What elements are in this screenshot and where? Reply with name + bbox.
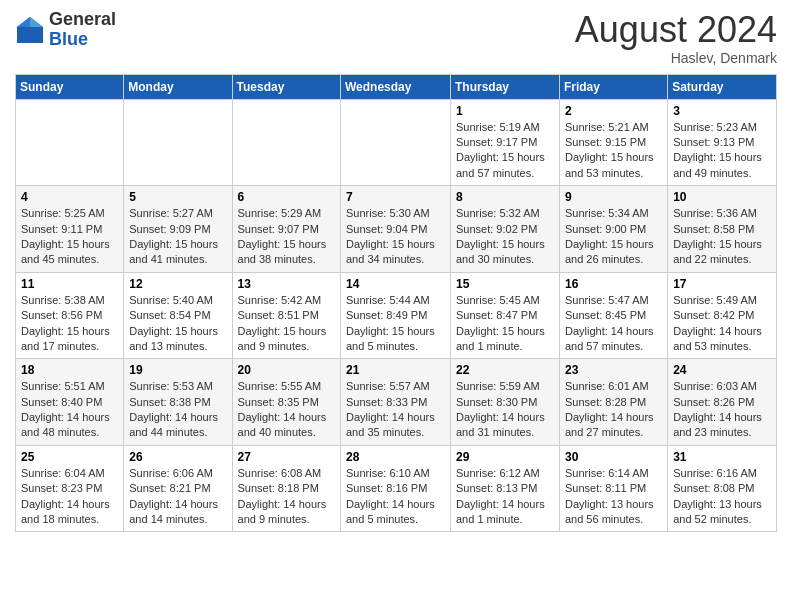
day-number: 19 [129, 363, 226, 377]
day-number: 24 [673, 363, 771, 377]
day-cell: 3Sunrise: 5:23 AM Sunset: 9:13 PM Daylig… [668, 99, 777, 186]
day-cell: 31Sunrise: 6:16 AM Sunset: 8:08 PM Dayli… [668, 445, 777, 532]
logo: General Blue [15, 10, 116, 50]
logo-text: General Blue [49, 10, 116, 50]
week-row-2: 4Sunrise: 5:25 AM Sunset: 9:11 PM Daylig… [16, 186, 777, 273]
day-info: Sunrise: 6:04 AM Sunset: 8:23 PM Dayligh… [21, 466, 118, 528]
day-info: Sunrise: 5:59 AM Sunset: 8:30 PM Dayligh… [456, 379, 554, 441]
day-number: 25 [21, 450, 118, 464]
day-number: 3 [673, 104, 771, 118]
weekday-header-sunday: Sunday [16, 74, 124, 99]
day-info: Sunrise: 5:36 AM Sunset: 8:58 PM Dayligh… [673, 206, 771, 268]
day-number: 28 [346, 450, 445, 464]
day-cell [124, 99, 232, 186]
day-number: 4 [21, 190, 118, 204]
day-cell: 19Sunrise: 5:53 AM Sunset: 8:38 PM Dayli… [124, 359, 232, 446]
day-cell: 24Sunrise: 6:03 AM Sunset: 8:26 PM Dayli… [668, 359, 777, 446]
day-cell: 30Sunrise: 6:14 AM Sunset: 8:11 PM Dayli… [559, 445, 667, 532]
day-number: 6 [238, 190, 335, 204]
week-row-5: 25Sunrise: 6:04 AM Sunset: 8:23 PM Dayli… [16, 445, 777, 532]
day-cell: 5Sunrise: 5:27 AM Sunset: 9:09 PM Daylig… [124, 186, 232, 273]
day-info: Sunrise: 5:19 AM Sunset: 9:17 PM Dayligh… [456, 120, 554, 182]
day-cell: 14Sunrise: 5:44 AM Sunset: 8:49 PM Dayli… [341, 272, 451, 359]
day-number: 13 [238, 277, 335, 291]
weekday-header-saturday: Saturday [668, 74, 777, 99]
day-cell: 1Sunrise: 5:19 AM Sunset: 9:17 PM Daylig… [450, 99, 559, 186]
day-info: Sunrise: 5:23 AM Sunset: 9:13 PM Dayligh… [673, 120, 771, 182]
day-info: Sunrise: 5:49 AM Sunset: 8:42 PM Dayligh… [673, 293, 771, 355]
day-cell: 29Sunrise: 6:12 AM Sunset: 8:13 PM Dayli… [450, 445, 559, 532]
day-cell: 6Sunrise: 5:29 AM Sunset: 9:07 PM Daylig… [232, 186, 340, 273]
day-number: 21 [346, 363, 445, 377]
day-info: Sunrise: 5:25 AM Sunset: 9:11 PM Dayligh… [21, 206, 118, 268]
day-number: 8 [456, 190, 554, 204]
day-cell: 20Sunrise: 5:55 AM Sunset: 8:35 PM Dayli… [232, 359, 340, 446]
location-subtitle: Haslev, Denmark [575, 50, 777, 66]
day-number: 18 [21, 363, 118, 377]
day-cell: 13Sunrise: 5:42 AM Sunset: 8:51 PM Dayli… [232, 272, 340, 359]
day-cell: 9Sunrise: 5:34 AM Sunset: 9:00 PM Daylig… [559, 186, 667, 273]
day-info: Sunrise: 5:47 AM Sunset: 8:45 PM Dayligh… [565, 293, 662, 355]
day-cell: 25Sunrise: 6:04 AM Sunset: 8:23 PM Dayli… [16, 445, 124, 532]
day-cell: 26Sunrise: 6:06 AM Sunset: 8:21 PM Dayli… [124, 445, 232, 532]
day-cell: 21Sunrise: 5:57 AM Sunset: 8:33 PM Dayli… [341, 359, 451, 446]
day-info: Sunrise: 6:08 AM Sunset: 8:18 PM Dayligh… [238, 466, 335, 528]
day-cell: 28Sunrise: 6:10 AM Sunset: 8:16 PM Dayli… [341, 445, 451, 532]
day-info: Sunrise: 6:10 AM Sunset: 8:16 PM Dayligh… [346, 466, 445, 528]
day-number: 14 [346, 277, 445, 291]
week-row-3: 11Sunrise: 5:38 AM Sunset: 8:56 PM Dayli… [16, 272, 777, 359]
day-number: 11 [21, 277, 118, 291]
day-info: Sunrise: 6:16 AM Sunset: 8:08 PM Dayligh… [673, 466, 771, 528]
day-cell: 16Sunrise: 5:47 AM Sunset: 8:45 PM Dayli… [559, 272, 667, 359]
week-row-1: 1Sunrise: 5:19 AM Sunset: 9:17 PM Daylig… [16, 99, 777, 186]
day-number: 1 [456, 104, 554, 118]
weekday-header-tuesday: Tuesday [232, 74, 340, 99]
day-number: 9 [565, 190, 662, 204]
day-info: Sunrise: 5:45 AM Sunset: 8:47 PM Dayligh… [456, 293, 554, 355]
day-number: 7 [346, 190, 445, 204]
day-number: 20 [238, 363, 335, 377]
day-number: 5 [129, 190, 226, 204]
month-title: August 2024 [575, 10, 777, 50]
day-number: 27 [238, 450, 335, 464]
day-info: Sunrise: 5:34 AM Sunset: 9:00 PM Dayligh… [565, 206, 662, 268]
weekday-header-monday: Monday [124, 74, 232, 99]
day-cell [341, 99, 451, 186]
svg-marker-2 [17, 17, 30, 27]
day-number: 22 [456, 363, 554, 377]
day-cell: 11Sunrise: 5:38 AM Sunset: 8:56 PM Dayli… [16, 272, 124, 359]
logo-blue: Blue [49, 29, 88, 49]
day-cell [232, 99, 340, 186]
week-row-4: 18Sunrise: 5:51 AM Sunset: 8:40 PM Dayli… [16, 359, 777, 446]
day-number: 26 [129, 450, 226, 464]
logo-general: General [49, 9, 116, 29]
day-cell: 23Sunrise: 6:01 AM Sunset: 8:28 PM Dayli… [559, 359, 667, 446]
day-info: Sunrise: 6:14 AM Sunset: 8:11 PM Dayligh… [565, 466, 662, 528]
day-cell: 15Sunrise: 5:45 AM Sunset: 8:47 PM Dayli… [450, 272, 559, 359]
day-number: 29 [456, 450, 554, 464]
weekday-header-friday: Friday [559, 74, 667, 99]
day-info: Sunrise: 6:01 AM Sunset: 8:28 PM Dayligh… [565, 379, 662, 441]
day-info: Sunrise: 5:32 AM Sunset: 9:02 PM Dayligh… [456, 206, 554, 268]
day-info: Sunrise: 6:03 AM Sunset: 8:26 PM Dayligh… [673, 379, 771, 441]
day-info: Sunrise: 5:29 AM Sunset: 9:07 PM Dayligh… [238, 206, 335, 268]
day-number: 16 [565, 277, 662, 291]
logo-icon [15, 15, 45, 45]
day-number: 31 [673, 450, 771, 464]
day-cell: 22Sunrise: 5:59 AM Sunset: 8:30 PM Dayli… [450, 359, 559, 446]
day-cell: 2Sunrise: 5:21 AM Sunset: 9:15 PM Daylig… [559, 99, 667, 186]
page-header: General Blue August 2024 Haslev, Denmark [15, 10, 777, 66]
day-info: Sunrise: 5:38 AM Sunset: 8:56 PM Dayligh… [21, 293, 118, 355]
day-cell: 12Sunrise: 5:40 AM Sunset: 8:54 PM Dayli… [124, 272, 232, 359]
day-info: Sunrise: 6:06 AM Sunset: 8:21 PM Dayligh… [129, 466, 226, 528]
day-number: 10 [673, 190, 771, 204]
day-cell: 8Sunrise: 5:32 AM Sunset: 9:02 PM Daylig… [450, 186, 559, 273]
day-number: 17 [673, 277, 771, 291]
day-cell: 17Sunrise: 5:49 AM Sunset: 8:42 PM Dayli… [668, 272, 777, 359]
day-cell: 27Sunrise: 6:08 AM Sunset: 8:18 PM Dayli… [232, 445, 340, 532]
calendar-table: SundayMondayTuesdayWednesdayThursdayFrid… [15, 74, 777, 533]
weekday-header-wednesday: Wednesday [341, 74, 451, 99]
day-number: 12 [129, 277, 226, 291]
svg-marker-1 [30, 17, 43, 27]
weekday-header-row: SundayMondayTuesdayWednesdayThursdayFrid… [16, 74, 777, 99]
